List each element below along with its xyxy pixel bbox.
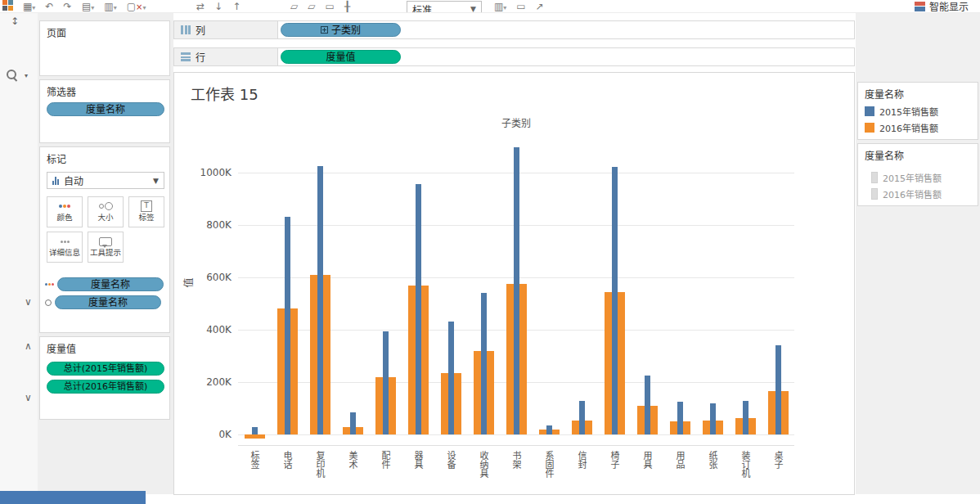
bar-mark[interactable]: [481, 293, 487, 434]
bar-mark[interactable]: [743, 401, 748, 435]
toolbar-group-format: ▱ ▱ ▭ ╂: [290, 0, 350, 13]
gridline: [238, 434, 794, 435]
toolbar-group-sort: ⇄ ↓ ↑: [196, 0, 241, 13]
plot-area[interactable]: [238, 136, 794, 446]
bar-mark[interactable]: [546, 425, 552, 434]
bar-mark[interactable]: [383, 331, 389, 435]
search-chevron-icon[interactable]: ▾: [25, 71, 28, 81]
legend-label: 2016年销售额: [883, 187, 942, 200]
bar-mark[interactable]: [252, 427, 258, 435]
marks-pill-measure-names-color[interactable]: 度量名称: [57, 277, 164, 291]
sort-descending-icon[interactable]: ↑: [232, 0, 241, 13]
fit-selector-value: 标准: [412, 2, 432, 14]
rows-label-text: 行: [196, 50, 205, 64]
rows-shelf: 行 度量值: [173, 47, 855, 66]
bar-mark[interactable]: [645, 376, 650, 434]
label-label: 标签: [130, 213, 163, 222]
measure-values-pill-2016[interactable]: 总计(2016年销售额): [47, 380, 164, 394]
clear-sheet-icon[interactable]: ▢×▾: [127, 0, 146, 13]
show-cards-icon[interactable]: ▥▾: [494, 0, 506, 13]
bar-mark[interactable]: [514, 147, 519, 434]
fix-axes-icon[interactable]: ╂: [344, 0, 350, 13]
add-data-source-icon[interactable]: ▦▾: [23, 0, 35, 13]
bar-mark[interactable]: [350, 412, 356, 434]
pages-shelf[interactable]: 页面: [39, 20, 170, 76]
x-tick-label: 椅子: [609, 451, 620, 494]
measure-values-pill-2015[interactable]: 总计(2015年销售额): [47, 362, 164, 376]
columns-label-text: 列: [196, 23, 205, 37]
mark-type-dropdown[interactable]: 自动 ▼: [47, 172, 164, 189]
redo-icon[interactable]: ↷: [63, 0, 71, 13]
share-icon[interactable]: ↗: [536, 0, 544, 13]
y-tick-label: 1000K: [174, 166, 232, 179]
fit-selector[interactable]: 标准 ▼: [407, 1, 482, 13]
scroll-up-icon[interactable]: ∧: [25, 341, 32, 351]
show-mark-labels-icon[interactable]: ▭: [325, 0, 334, 13]
show-me-button[interactable]: 智能显示: [915, 0, 969, 12]
tooltip-button[interactable]: 工具提示: [88, 232, 124, 263]
rows-drop-area[interactable]: 度量值: [278, 47, 855, 66]
x-tick-label: 收纳具: [478, 451, 489, 494]
filters-shelf[interactable]: 筛选器 度量名称: [39, 79, 170, 143]
resize-pane-icon[interactable]: ↕: [11, 16, 19, 26]
color-button[interactable]: 颜色: [47, 196, 83, 227]
filter-pill-measure-names[interactable]: 度量名称: [47, 102, 164, 116]
columns-pill-subcategory[interactable]: 子类别: [281, 23, 401, 37]
x-tick-label: 装订机: [739, 451, 751, 494]
bar-mark[interactable]: [416, 184, 421, 434]
sort-ascending-icon[interactable]: ↓: [214, 0, 223, 13]
group-members-icon[interactable]: ▱: [308, 0, 315, 13]
highlight-icon[interactable]: ▱: [290, 0, 298, 13]
expand-field-icon[interactable]: [321, 26, 328, 34]
chevron-down-icon: ▼: [153, 177, 159, 185]
legend-item[interactable]: 2016年销售额: [858, 186, 978, 202]
duplicate-sheet-icon[interactable]: ▥▾: [104, 0, 116, 13]
chevron-down-icon: ▼: [470, 5, 476, 13]
legend-swatch: [865, 106, 874, 116]
search-icon[interactable]: [7, 70, 16, 81]
legend-title: 度量名称: [858, 83, 978, 103]
scroll-down-icon[interactable]: ∨: [25, 297, 32, 307]
bar-mark[interactable]: [612, 167, 618, 434]
chart-column-header: 子类别: [238, 115, 794, 129]
undo-icon[interactable]: ↶: [45, 0, 53, 13]
legend-item[interactable]: 2015年销售额: [858, 169, 978, 186]
side-rail: ↕ ▾ ∨ ∧ ∨: [0, 12, 38, 494]
x-tick-label: 桌子: [772, 451, 784, 494]
size-button[interactable]: 大小: [88, 196, 124, 227]
x-tick-label: 用具: [641, 451, 653, 494]
bar-mark[interactable]: [448, 322, 454, 434]
worksheet-area: 工作表 15 子类别 值 0K200K400K600K800K1000K 标签电…: [173, 72, 855, 495]
size-label: 大小: [89, 213, 122, 222]
y-tick-label: 200K: [174, 376, 232, 389]
y-tick-label: 800K: [174, 218, 232, 232]
bar-mark[interactable]: [285, 217, 290, 434]
legend-item[interactable]: 2015年销售额: [858, 103, 978, 119]
new-worksheet-icon[interactable]: ▤▾: [82, 0, 94, 13]
columns-drop-area[interactable]: 子类别: [278, 20, 855, 39]
legend-item[interactable]: 2016年销售额: [858, 119, 978, 136]
detail-button[interactable]: 详细信息: [47, 232, 83, 263]
bar-mark[interactable]: [317, 166, 323, 434]
bar-mark[interactable]: [245, 434, 265, 439]
marks-card: 标记 自动 ▼ 颜色 大小 T 标签: [39, 146, 170, 333]
tooltip-label: 工具提示: [89, 248, 122, 257]
bar-mark[interactable]: [579, 401, 585, 435]
marks-title: 标记: [40, 147, 169, 167]
presentation-mode-icon[interactable]: ▭: [516, 0, 525, 13]
x-axis-labels: 标签电话复印机美术配件器具设备收纳具书架系固件信封椅子用具用品纸张装订机桌子: [238, 448, 794, 494]
bar-mark[interactable]: [677, 402, 683, 434]
bar-mark[interactable]: [775, 345, 781, 434]
x-tick-label: 书架: [510, 451, 522, 494]
x-tick-label: 复印机: [314, 451, 326, 494]
swap-axes-icon[interactable]: ⇄: [196, 0, 205, 13]
label-button[interactable]: T 标签: [128, 196, 164, 227]
y-axis-ticks: 0K200K400K600K800K1000K: [174, 136, 232, 445]
tableau-logo-icon[interactable]: [2, 0, 13, 13]
marks-pill-measure-names-size[interactable]: 度量名称: [55, 295, 161, 309]
rows-pill-measure-values[interactable]: 度量值: [281, 50, 401, 64]
x-tick-label: 纸张: [707, 451, 718, 494]
worksheet-title: 工作表 15: [191, 83, 258, 104]
bar-mark[interactable]: [710, 403, 716, 434]
scroll-down-icon-2[interactable]: ∨: [25, 393, 32, 403]
